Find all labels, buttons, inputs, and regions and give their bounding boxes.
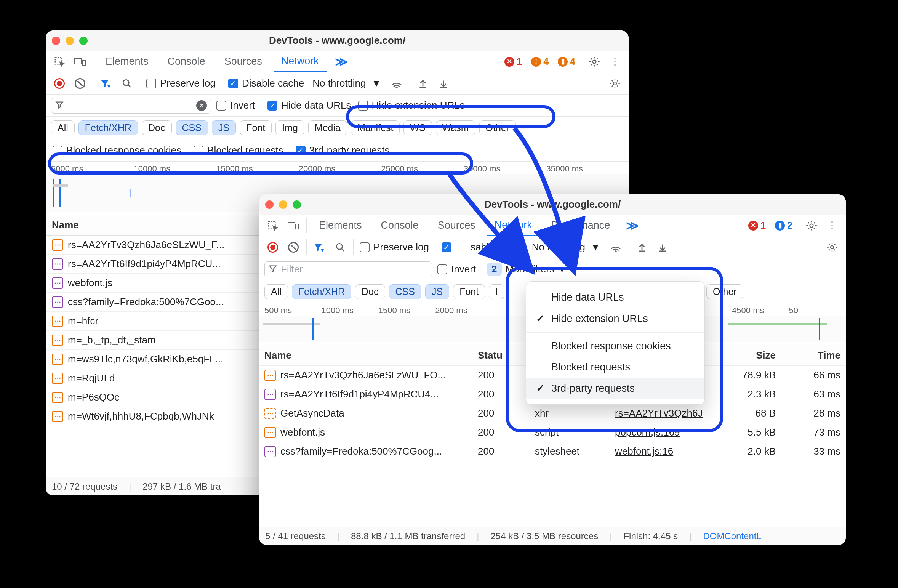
clear-icon[interactable]: ✕ xyxy=(196,100,207,111)
more-filters-button[interactable]: 2 More filters ▼ xyxy=(487,263,567,276)
type-pill-css[interactable]: CSS xyxy=(389,284,421,299)
upload-har-icon[interactable] xyxy=(415,75,431,92)
search-icon[interactable] xyxy=(332,239,349,256)
type-pill-fetchxhr[interactable]: Fetch/XHR xyxy=(78,120,138,135)
network-conditions-icon[interactable] xyxy=(607,239,624,256)
inspect-icon[interactable] xyxy=(264,217,281,234)
preserve-log-checkbox[interactable]: Preserve log xyxy=(145,77,217,90)
filter-toggle-icon[interactable]: ▾ xyxy=(98,75,115,92)
download-har-icon[interactable] xyxy=(435,75,452,92)
warning-count[interactable]: !4 xyxy=(531,56,549,67)
tab-elements[interactable]: Elements xyxy=(311,216,370,235)
js-file-icon: ⋯ xyxy=(52,335,63,346)
error-count[interactable]: ✕1 xyxy=(748,220,766,231)
upload-har-icon[interactable] xyxy=(634,239,650,256)
type-pill-font[interactable]: Font xyxy=(453,284,485,299)
filter-input[interactable]: ✕ xyxy=(51,98,211,114)
throttling-select[interactable]: No throttling ▼ xyxy=(309,77,384,89)
dropdown-item[interactable]: Blocked requests xyxy=(526,357,704,378)
request-name: m=Wt6vjf,hhhU8,FCpbqb,WhJNk xyxy=(68,410,214,422)
table-row[interactable]: ⋯webfont.js200scriptpopcorn.js:1695.5 kB… xyxy=(259,423,846,442)
type-pill-css[interactable]: CSS xyxy=(176,120,208,135)
more-filters-dropdown[interactable]: Hide data URLs✓Hide extension URLsBlocke… xyxy=(526,281,705,405)
type-pill-js[interactable]: JS xyxy=(425,284,449,299)
type-pill-js[interactable]: JS xyxy=(212,120,236,135)
filter-input[interactable]: Filter xyxy=(264,261,432,277)
gear-icon[interactable] xyxy=(824,239,840,256)
kebab-icon[interactable]: ⋮ xyxy=(607,53,623,70)
gear-icon[interactable] xyxy=(803,217,820,234)
tab-performance[interactable]: Performance xyxy=(544,216,618,235)
type-pill-ws[interactable]: WS xyxy=(403,120,432,135)
dropdown-item[interactable]: ✓3rd-party requests xyxy=(526,378,704,399)
throttling-select[interactable]: No throttling ▼ xyxy=(529,241,603,253)
status-cell: 200 xyxy=(472,445,530,457)
dropdown-label: Blocked response cookies xyxy=(551,340,671,352)
tabs-overflow[interactable]: ≫ xyxy=(621,218,643,233)
type-pill-wasm[interactable]: Wasm xyxy=(436,120,475,135)
invert-checkbox[interactable]: Invert xyxy=(215,99,256,112)
clear-button[interactable] xyxy=(72,75,88,92)
dropdown-item[interactable]: Blocked response cookies xyxy=(526,336,704,357)
type-pill-font[interactable]: Font xyxy=(240,120,272,135)
blocked-requests-checkbox[interactable]: Blocked requests xyxy=(192,144,285,157)
tab-network[interactable]: Network xyxy=(487,215,540,236)
tab-console[interactable]: Console xyxy=(160,52,213,71)
col-name[interactable]: Name xyxy=(259,349,472,361)
device-icon[interactable] xyxy=(72,53,88,70)
type-pill-doc[interactable]: Doc xyxy=(355,284,385,299)
type-pill-media[interactable]: Media xyxy=(308,120,347,135)
type-pill-all[interactable]: All xyxy=(51,120,75,135)
tab-sources[interactable]: Sources xyxy=(430,216,483,235)
blocked-cookies-checkbox[interactable]: Blocked response cookies xyxy=(51,144,183,157)
type-pill-other[interactable]: Other xyxy=(479,120,516,135)
filter-toggle-icon[interactable]: ▾ xyxy=(311,239,328,256)
col-time[interactable]: Time xyxy=(781,349,846,361)
error-count[interactable]: ✕1 xyxy=(504,56,522,67)
device-icon[interactable] xyxy=(285,217,302,234)
table-row[interactable]: ⋯css?family=Fredoka:500%7CGoog...200styl… xyxy=(259,442,846,461)
kebab-icon[interactable]: ⋮ xyxy=(824,217,840,234)
type-pill-img[interactable]: Img xyxy=(275,120,304,135)
css-file-icon: ⋯ xyxy=(264,446,276,457)
type-pill-all[interactable]: All xyxy=(264,284,288,299)
preserve-log-checkbox[interactable]: Preserve log xyxy=(358,240,431,254)
inspect-icon[interactable] xyxy=(51,53,68,70)
download-har-icon[interactable] xyxy=(654,239,671,256)
disable-cache-checkbox[interactable]: ✓Disable cache xyxy=(227,77,306,90)
clear-button[interactable] xyxy=(285,239,302,256)
third-party-checkbox[interactable]: ✓3rd-party requests xyxy=(294,144,391,157)
type-pill-manifest[interactable]: Manifest xyxy=(351,120,400,135)
record-button[interactable] xyxy=(264,239,281,256)
col-size[interactable]: Size xyxy=(712,349,781,361)
type-pill-i[interactable]: I xyxy=(489,284,504,299)
type-pill-doc[interactable]: Doc xyxy=(142,120,171,135)
dropdown-item[interactable]: ✓Hide extension URLs xyxy=(526,308,704,329)
hide-extension-urls-checkbox[interactable]: Hide extension URLs xyxy=(357,99,466,112)
tab-console[interactable]: Console xyxy=(373,216,426,235)
issue-count[interactable]: ▮4 xyxy=(558,56,575,67)
invert-checkbox[interactable]: Invert xyxy=(436,263,477,276)
gear-icon[interactable] xyxy=(586,53,603,70)
type-cell: stylesheet xyxy=(530,445,610,457)
col-status[interactable]: Statu xyxy=(472,349,530,361)
tab-network[interactable]: Network xyxy=(274,51,327,72)
dropdown-item[interactable]: Hide data URLs xyxy=(526,287,704,308)
table-row[interactable]: ⋯GetAsyncData200xhrrs=AA2YrTv3Qzh6J68 B2… xyxy=(259,404,846,423)
initiator-cell[interactable]: rs=AA2YrTv3Qzh6J xyxy=(610,407,712,419)
record-button[interactable] xyxy=(51,75,68,92)
type-pill-other[interactable]: Other xyxy=(706,284,743,299)
info-count[interactable]: ▮2 xyxy=(775,220,792,231)
tabs-overflow[interactable]: ≫ xyxy=(330,54,352,69)
search-icon[interactable] xyxy=(118,75,135,92)
initiator-cell[interactable]: webfont.js:16 xyxy=(610,445,712,457)
hide-data-urls-checkbox[interactable]: ✓Hide data URLs xyxy=(266,99,353,112)
type-pill-fetchxhr[interactable]: Fetch/XHR xyxy=(292,284,351,299)
gear-icon[interactable] xyxy=(607,75,623,92)
tab-elements[interactable]: Elements xyxy=(98,52,156,71)
css-file-icon: ⋯ xyxy=(52,258,63,270)
initiator-cell[interactable]: popcorn.js:169 xyxy=(610,426,712,438)
disable-cache-checkbox[interactable]: ✓sable cache xyxy=(440,240,525,254)
network-conditions-icon[interactable] xyxy=(388,75,405,92)
tab-sources[interactable]: Sources xyxy=(217,52,270,71)
